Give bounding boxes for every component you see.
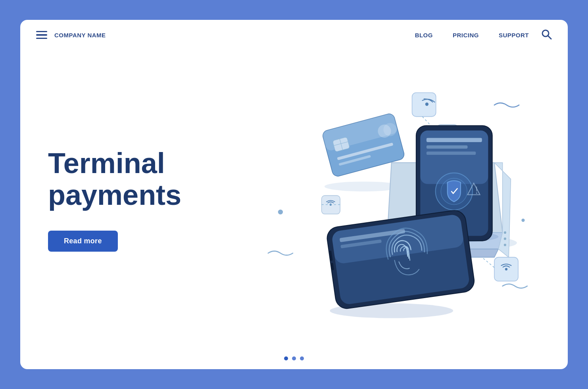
pagination-dot-2[interactable] (292, 356, 296, 360)
svg-point-3 (278, 210, 283, 214)
pagination-dot-3[interactable] (300, 356, 304, 360)
company-name: COMPANY NAME (54, 32, 106, 39)
svg-point-34 (504, 237, 506, 240)
search-icon[interactable] (541, 29, 552, 41)
pagination-dots (20, 349, 568, 369)
hero-illustration (215, 50, 552, 349)
page-card: COMPANY NAME BLOG PRICING SUPPORT Termin… (20, 20, 568, 369)
svg-point-46 (476, 193, 477, 194)
hamburger-menu-button[interactable] (36, 31, 47, 39)
svg-rect-5 (412, 92, 436, 116)
navbar: COMPANY NAME BLOG PRICING SUPPORT (20, 20, 568, 50)
nav-links: BLOG PRICING SUPPORT (415, 32, 529, 39)
nav-support[interactable]: SUPPORT (499, 32, 529, 39)
hero-title: Terminal payments (48, 148, 215, 210)
svg-line-1 (548, 36, 551, 39)
svg-rect-41 (427, 145, 468, 148)
pagination-dot-1[interactable] (284, 356, 288, 360)
main-content: Terminal payments Read more (20, 50, 568, 349)
svg-rect-40 (427, 138, 482, 142)
svg-point-35 (504, 244, 506, 246)
svg-point-4 (521, 219, 525, 222)
read-more-button[interactable]: Read more (48, 231, 118, 252)
svg-point-10 (505, 268, 507, 270)
nav-pricing[interactable]: PRICING (453, 32, 479, 39)
svg-point-6 (426, 103, 428, 105)
svg-rect-42 (427, 152, 476, 155)
svg-point-33 (504, 231, 506, 234)
illustration (215, 50, 552, 349)
nav-blog[interactable]: BLOG (415, 32, 433, 39)
left-section: Terminal payments Read more (48, 148, 215, 251)
svg-line-18 (482, 257, 494, 268)
